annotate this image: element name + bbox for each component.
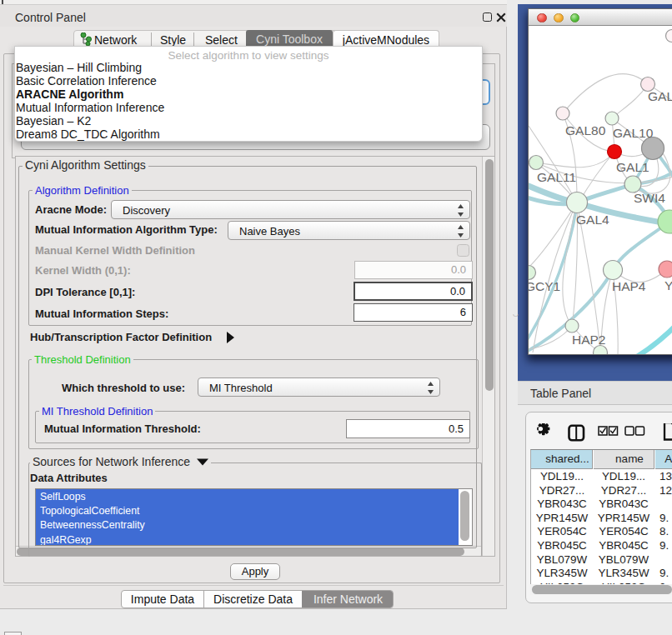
svg-text:GAL: GAL — [648, 89, 672, 103]
svg-text:HAP2: HAP2 — [572, 332, 606, 347]
svg-text:Y: Y — [664, 278, 672, 292]
svg-text:GAL1: GAL1 — [616, 160, 649, 174]
svg-text:GAL80: GAL80 — [565, 123, 606, 138]
svg-text:GAL4: GAL4 — [576, 212, 609, 227]
svg-text:HAP4: HAP4 — [612, 279, 646, 293]
svg-text:GCY1: GCY1 — [529, 279, 560, 293]
svg-text:GAL11: GAL11 — [537, 170, 576, 184]
svg-text:SWI4: SWI4 — [634, 191, 665, 205]
svg-text:GAL10: GAL10 — [613, 126, 654, 140]
